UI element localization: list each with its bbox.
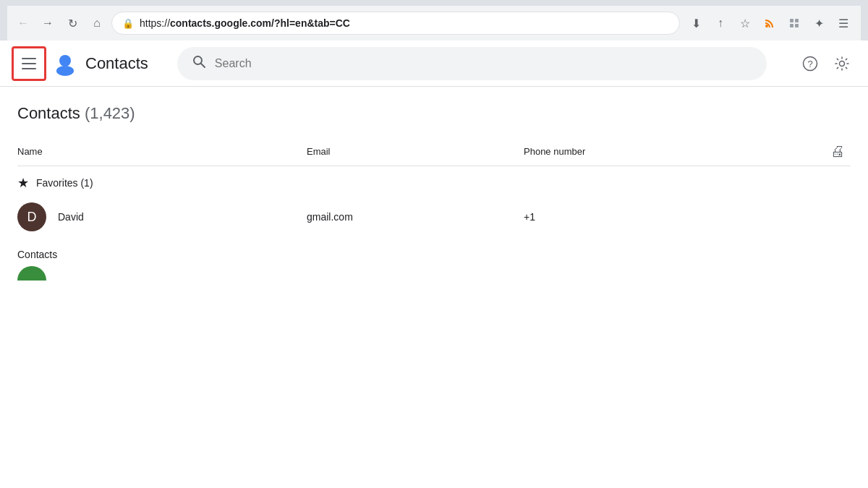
svg-point-6 <box>56 66 74 76</box>
app-logo-area: Contacts <box>46 51 148 77</box>
contact-email: gmail.com <box>307 211 524 223</box>
svg-text:?: ? <box>807 59 812 69</box>
toolbar-actions: ⬇ ↑ ☆ ✦ ☰ <box>684 12 855 35</box>
table-header: Name Email Phone number 🖨 <box>17 137 851 166</box>
avatar: D <box>17 202 46 231</box>
page-title: Contacts (1,423) <box>17 104 851 123</box>
hamburger-menu-button[interactable] <box>12 46 46 81</box>
header-actions: ? <box>796 49 856 78</box>
hamburger-line-2 <box>22 63 36 64</box>
table-row[interactable]: D David gmail.com +1 <box>17 197 851 237</box>
print-button[interactable]: 🖨 <box>830 143 845 160</box>
svg-point-11 <box>840 61 845 66</box>
address-bar[interactable]: 🔒 https://contacts.google.com/?hl=en&tab… <box>111 12 680 35</box>
app-header: Contacts ? <box>0 40 868 87</box>
browser-chrome: ← → ↻ ⌂ 🔒 https://contacts.google.com/?h… <box>0 0 868 40</box>
svg-rect-2 <box>795 19 799 22</box>
contact-name: David <box>58 211 84 223</box>
col-phone-header: Phone number <box>524 146 705 157</box>
contacts-app-icon <box>52 51 78 77</box>
home-button[interactable]: ⌂ <box>87 13 107 33</box>
col-email-header: Email <box>307 146 524 157</box>
help-button[interactable]: ? <box>796 49 825 78</box>
download-button[interactable]: ⬇ <box>684 12 707 35</box>
svg-rect-4 <box>795 24 799 27</box>
contacts-section-row: Contacts <box>17 237 851 263</box>
svg-point-0 <box>765 25 768 27</box>
browser-toolbar: ← → ↻ ⌂ 🔒 https://contacts.google.com/?h… <box>7 6 861 40</box>
partial-avatar <box>17 266 46 281</box>
browser-menu-button[interactable]: ☰ <box>832 12 855 35</box>
partial-contact-row <box>17 263 851 281</box>
hamburger-line-3 <box>22 68 36 69</box>
forward-button[interactable]: → <box>38 13 58 33</box>
contact-name-cell: D David <box>17 202 307 231</box>
back-button[interactable]: ← <box>13 13 33 33</box>
svg-rect-3 <box>790 24 793 27</box>
extension2-button[interactable] <box>783 12 806 35</box>
bookmark-button[interactable]: ☆ <box>733 12 757 35</box>
contacts-section-label: Contacts <box>17 249 307 260</box>
favorites-label: ★ Favorites (1) <box>17 175 307 191</box>
share-button[interactable]: ↑ <box>709 12 732 35</box>
col-name-header: Name <box>17 146 307 157</box>
hamburger-line-1 <box>22 58 36 59</box>
svg-line-8 <box>201 64 205 67</box>
contacts-table: Name Email Phone number 🖨 ★ Favorites (1… <box>17 137 851 281</box>
address-text: https://contacts.google.com/?hl=en&tab=C… <box>140 17 350 29</box>
settings-button[interactable] <box>827 49 856 78</box>
star-icon: ★ <box>17 175 29 191</box>
col-print-header: 🖨 <box>705 143 851 160</box>
extensions-button[interactable]: ✦ <box>807 12 830 35</box>
svg-point-5 <box>59 55 71 67</box>
search-icon <box>192 54 206 72</box>
reload-button[interactable]: ↻ <box>62 13 82 33</box>
search-input[interactable] <box>215 57 752 70</box>
main-content: Contacts (1,423) Name Email Phone number… <box>0 87 868 281</box>
contact-phone: +1 <box>524 211 705 223</box>
rss-extension-button[interactable] <box>758 12 781 35</box>
lock-icon: 🔒 <box>122 18 134 29</box>
svg-rect-1 <box>790 19 793 22</box>
app-title: Contacts <box>85 54 148 73</box>
favorites-section-row: ★ Favorites (1) <box>17 166 851 197</box>
search-bar[interactable] <box>177 47 767 80</box>
